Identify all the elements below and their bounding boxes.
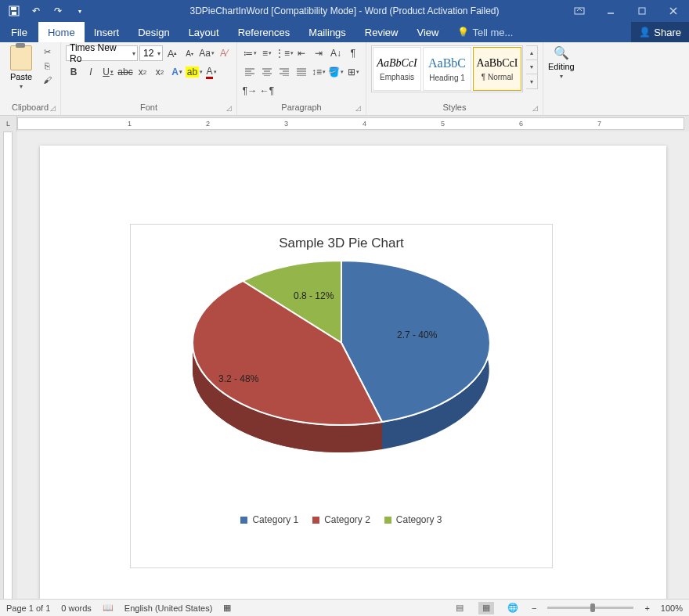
rtl-icon[interactable]: ←¶: [259, 83, 275, 99]
justify-icon[interactable]: [294, 64, 309, 80]
zoom-out-icon[interactable]: −: [532, 603, 536, 613]
borders-icon[interactable]: ⊞▾: [345, 64, 361, 80]
font-name-combobox[interactable]: Times New Ro▾: [66, 45, 138, 61]
tab-view[interactable]: View: [407, 22, 448, 42]
zoom-level[interactable]: 100%: [661, 603, 683, 613]
paste-label: Paste: [10, 72, 32, 81]
superscript-icon[interactable]: x2: [152, 64, 168, 80]
tab-review[interactable]: Review: [355, 22, 408, 42]
subscript-icon[interactable]: x2: [135, 64, 150, 80]
align-center-icon[interactable]: [259, 64, 275, 80]
bold-icon[interactable]: B: [66, 64, 81, 80]
zoom-in-icon[interactable]: +: [644, 603, 649, 613]
tab-file[interactable]: File: [0, 22, 38, 42]
styles-more-icon[interactable]: ▾: [526, 74, 537, 88]
ruler-horizontal: L 1 2 3 4 5 6 7: [0, 116, 689, 131]
close-icon[interactable]: [658, 2, 689, 20]
document-page: Sample 3D Pie Chart: [40, 146, 666, 603]
font-color-icon[interactable]: A▾: [204, 64, 219, 80]
style-emphasis[interactable]: AaBbCcI Emphasis: [373, 47, 421, 91]
show-marks-icon[interactable]: ¶: [345, 45, 361, 61]
tab-layout[interactable]: Layout: [179, 22, 229, 42]
numbering-icon[interactable]: ≡▾: [259, 45, 275, 61]
quick-access-toolbar: ↶ ↷ ▾: [0, 2, 94, 20]
tab-references[interactable]: References: [229, 22, 299, 42]
data-label-cat3: 0.8 - 12%: [294, 290, 334, 301]
tab-insert[interactable]: Insert: [85, 22, 129, 42]
line-spacing-icon[interactable]: ↕≡▾: [311, 64, 326, 80]
web-layout-icon[interactable]: 🌐: [505, 602, 521, 614]
macro-icon[interactable]: ▦: [223, 603, 231, 613]
share-button[interactable]: 👤 Share: [631, 22, 689, 42]
window-controls: [564, 2, 689, 20]
status-page[interactable]: Page 1 of 1: [6, 603, 50, 613]
sort-icon[interactable]: A↓: [328, 45, 344, 61]
ruler-vertical[interactable]: [0, 131, 17, 603]
legend-swatch-icon: [384, 517, 391, 524]
tell-me-label: Tell me...: [472, 27, 513, 38]
tell-me-search[interactable]: 💡 Tell me...: [448, 22, 522, 42]
qat-dropdown-icon[interactable]: ▾: [70, 2, 89, 20]
cut-icon[interactable]: ✂: [41, 45, 53, 58]
lightbulb-icon: 💡: [457, 27, 469, 38]
status-language[interactable]: English (United States): [124, 603, 213, 613]
clipboard-icon: [10, 45, 32, 70]
redo-icon[interactable]: ↷: [49, 2, 67, 20]
style-normal[interactable]: AaBbCcI ¶ Normal: [473, 47, 521, 91]
zoom-slider[interactable]: [547, 607, 633, 609]
styles-down-icon[interactable]: ▾: [526, 60, 537, 74]
save-icon[interactable]: [5, 2, 23, 20]
font-size-combobox[interactable]: 12▾: [139, 45, 163, 61]
clipboard-launcher-icon[interactable]: ◿: [50, 104, 56, 112]
svg-rect-2: [12, 12, 16, 15]
align-right-icon[interactable]: [276, 64, 292, 80]
print-layout-icon[interactable]: ▦: [478, 602, 494, 614]
status-bar: Page 1 of 1 0 words 📖 English (United St…: [0, 599, 689, 616]
paragraph-launcher-icon[interactable]: ◿: [355, 104, 361, 112]
status-words[interactable]: 0 words: [61, 603, 92, 613]
multilevel-list-icon[interactable]: ⋮≡▾: [276, 45, 292, 61]
styles-launcher-icon[interactable]: ◿: [532, 104, 538, 112]
grow-font-icon[interactable]: A▴: [164, 45, 180, 61]
highlight-icon[interactable]: ab▾: [186, 64, 202, 80]
bullets-icon[interactable]: ≔▾: [242, 45, 258, 61]
styles-gallery: AaBbCcI Emphasis AaBbC Heading 1 AaBbCcI…: [371, 45, 523, 92]
format-painter-icon[interactable]: 🖌: [41, 74, 53, 86]
change-case-icon[interactable]: Aa▾: [199, 45, 215, 61]
group-styles: AaBbCcI Emphasis AaBbC Heading 1 AaBbCcI…: [366, 42, 543, 115]
document-canvas[interactable]: Sample 3D Pie Chart: [17, 131, 689, 603]
ltr-icon[interactable]: ¶→: [242, 83, 258, 99]
svg-rect-1: [11, 7, 16, 10]
ruler-tab-selector[interactable]: L: [0, 116, 17, 131]
paste-button[interactable]: Paste ▾: [5, 45, 38, 90]
tab-design[interactable]: Design: [128, 22, 179, 42]
align-left-icon[interactable]: [242, 64, 258, 80]
chart-legend: Category 1 Category 2 Category 3: [131, 508, 552, 531]
shading-icon[interactable]: 🪣▾: [328, 64, 344, 80]
ribbon-options-icon[interactable]: [564, 2, 595, 20]
decrease-indent-icon[interactable]: ⇤: [294, 45, 309, 61]
copy-icon[interactable]: ⎘: [41, 59, 53, 72]
tab-home[interactable]: Home: [38, 22, 85, 42]
maximize-icon[interactable]: [626, 2, 658, 20]
clear-formatting-icon[interactable]: A⁄: [216, 45, 232, 61]
group-editing: 🔍 Editing ▾: [543, 42, 579, 115]
chart-object[interactable]: Sample 3D Pie Chart: [130, 224, 553, 568]
shrink-font-icon[interactable]: A▾: [182, 45, 197, 61]
font-launcher-icon[interactable]: ◿: [226, 104, 232, 112]
underline-icon[interactable]: U▾: [100, 64, 116, 80]
style-heading1[interactable]: AaBbC Heading 1: [423, 47, 471, 91]
read-mode-icon[interactable]: ▤: [452, 602, 467, 614]
editing-button[interactable]: 🔍 Editing ▾: [548, 45, 575, 80]
minimize-icon[interactable]: [595, 2, 626, 20]
font-group-label: Font: [140, 103, 157, 112]
tab-mailings[interactable]: Mailings: [299, 22, 355, 42]
undo-icon[interactable]: ↶: [27, 2, 45, 20]
proofing-icon[interactable]: 📖: [103, 603, 114, 613]
strikethrough-icon[interactable]: abc: [117, 64, 133, 80]
increase-indent-icon[interactable]: ⇥: [311, 45, 326, 61]
text-effects-icon[interactable]: A▾: [169, 64, 185, 80]
italic-icon[interactable]: I: [83, 64, 99, 80]
styles-up-icon[interactable]: ▴: [526, 46, 537, 60]
group-font: Times New Ro▾ 12▾ A▴ A▾ Aa▾ A⁄ B I U▾ ab…: [61, 42, 237, 115]
